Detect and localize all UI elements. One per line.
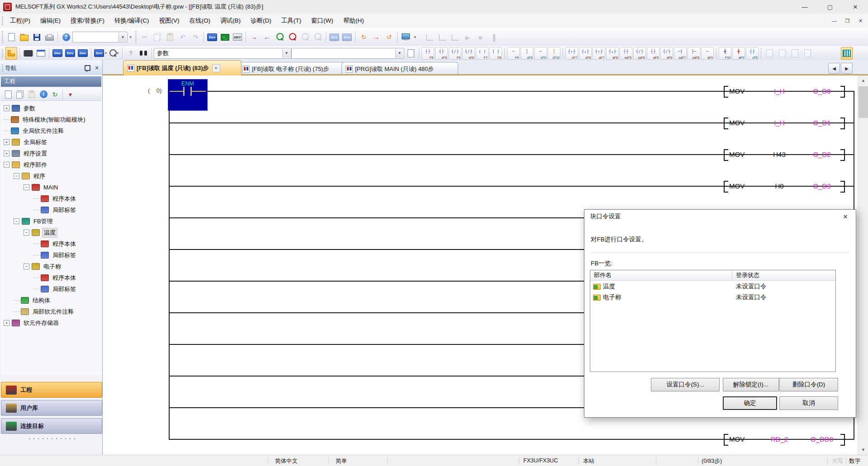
tree-item-局部标签[interactable]: 局部标签 — [33, 204, 77, 216]
ladder-symbol-F6-icon[interactable]: ┤/├F6 — [449, 47, 461, 60]
data-info-icon[interactable]: i — [38, 89, 49, 100]
menu-转换/编译[interactable]: 转换/编译(C) — [109, 14, 154, 28]
ladder-symbol-F7-icon[interactable]: ( )F7 — [476, 47, 489, 60]
collapse-icon[interactable]: − — [24, 264, 29, 269]
ladder-symbol-sF7-icon[interactable]: ┤↑├sF7 — [565, 47, 578, 60]
ladder-symbol-aF5-icon[interactable]: ┤├aF5 — [647, 47, 659, 60]
new-file-icon[interactable] — [5, 31, 17, 43]
mdi-restore-icon[interactable]: ❐ — [841, 15, 854, 26]
dropdown-arrow-icon[interactable]: ▾ — [117, 51, 119, 55]
pin-icon[interactable] — [83, 64, 91, 72]
new-item-icon[interactable] — [3, 89, 14, 100]
panel-splitter[interactable] — [27, 438, 77, 440]
tab-close-icon[interactable]: ✕ — [212, 64, 220, 72]
window-close-button[interactable]: ✕ — [843, 0, 868, 14]
tab-1[interactable]: [FB]读取 温度 (只读) (83)步✕ — [123, 60, 242, 75]
fb-list[interactable]: 部件名 登录状态 温度未设置口令电子称未设置口令 — [590, 270, 836, 372]
fb-list-row-温度[interactable]: 温度未设置口令 — [590, 281, 835, 292]
find-combo[interactable]: ▼ — [291, 48, 404, 59]
keyword-combo[interactable]: 参数▼ — [154, 48, 291, 59]
ladder-symbol-aF8-icon[interactable]: ┤↓├aF8 — [606, 47, 619, 60]
ladder-grid-mode-icon[interactable] — [841, 47, 853, 60]
refresh-icon[interactable]: ↺ — [383, 31, 395, 43]
menu-帮助[interactable]: 帮助(H) — [338, 14, 369, 28]
device-batch-monitor-icon[interactable]: Dev — [64, 47, 76, 60]
paste-icon[interactable] — [164, 31, 176, 43]
paste-item-icon[interactable] — [26, 89, 38, 100]
ladder-symbol-cF9-icon[interactable]: ─cF9 — [534, 47, 547, 60]
sort-icon[interactable]: ▾ — [65, 89, 76, 100]
ladder-symbol-sF8-icon[interactable]: ┤↓├sF8 — [579, 47, 592, 60]
ladder-symbol-F9-icon[interactable]: ─F9 — [507, 47, 520, 60]
scrollbar-thumb[interactable] — [859, 86, 868, 118]
ladder-symbol-saF8-icon[interactable]: ├─saF8 — [688, 47, 700, 60]
device-use-list-icon[interactable]: Dev — [52, 47, 63, 60]
print-icon[interactable] — [43, 31, 55, 43]
menu-编辑[interactable]: 编辑(E) — [35, 14, 66, 28]
collapse-icon[interactable]: − — [24, 230, 29, 235]
watch-window-icon[interactable]: Dev▾ — [94, 47, 107, 60]
ladder-symbol-cF5-icon[interactable]: ┤├cF5 — [746, 47, 759, 60]
toolbar-overflow-chevron-icon[interactable]: ▾ — [128, 31, 133, 43]
selected-contact-ENM[interactable]: ENM — [168, 79, 208, 111]
collapse-icon[interactable]: − — [14, 173, 19, 179]
mdi-close-icon[interactable]: ✕ — [854, 15, 867, 26]
tree-item-FB管理[interactable]: −FB管理 — [14, 216, 54, 227]
tree-item-程序本体[interactable]: 程序本体 — [33, 272, 77, 283]
window-minimize-button[interactable]: — — [792, 0, 817, 14]
monitor-start-icon[interactable] — [274, 31, 285, 43]
ladder-symbol-aF9-icon[interactable]: ─aF9 — [701, 47, 714, 60]
ladder-symbol-F10-icon[interactable]: ╋F10 — [719, 47, 731, 60]
device-comment-icon[interactable]: Dev — [206, 31, 218, 43]
dropdown-arrow-icon[interactable]: ▾ — [105, 51, 107, 55]
sim-start-icon[interactable]: ▶ — [462, 31, 474, 44]
tree-item-局部标签[interactable]: 局部标签 — [33, 283, 77, 295]
vertical-scrollbar[interactable]: ▲ ▼ — [858, 75, 868, 455]
expand-icon[interactable]: + — [4, 139, 9, 145]
element-selection-icon[interactable] — [22, 47, 34, 60]
nav-view-button-连接目标[interactable]: 连接目标 — [1, 418, 102, 434]
ok-button[interactable]: 确定 — [723, 396, 777, 410]
combo-arrow-icon[interactable]: ▼ — [119, 33, 127, 42]
cut-icon[interactable]: ✂ — [139, 31, 151, 43]
ladder-symbol-F8-icon[interactable]: [ ]F8 — [489, 47, 502, 60]
tree-item-全局标签[interactable]: +全局标签 — [4, 137, 48, 148]
ladder-symbol-saF5-icon[interactable]: ┤├saF5 — [620, 47, 632, 60]
ladder-symbol-cF10-icon[interactable]: │cF10 — [548, 47, 560, 60]
tree-item-参数[interactable]: +参数 — [4, 103, 37, 114]
column-header-name[interactable]: 部件名 — [590, 270, 732, 280]
device-display-icon[interactable]: Dev — [328, 31, 340, 43]
collapse-icon[interactable]: − — [24, 184, 29, 190]
tree-item-电子称[interactable]: −电子称 — [24, 261, 62, 272]
combo-arrow-icon[interactable]: ▼ — [282, 49, 290, 58]
instruction-MOV-1[interactable]: MOVI_HO_D1 — [724, 117, 845, 129]
cancel-button[interactable]: 取消 — [779, 396, 838, 410]
dialog-button-1[interactable]: 设置口令(S)... — [651, 378, 720, 391]
device-display2-icon[interactable]: Dev — [341, 31, 353, 43]
open-project-icon[interactable] — [18, 31, 30, 43]
inline-st-icon[interactable] — [764, 47, 775, 60]
help-icon[interactable]: ? — [60, 31, 72, 43]
fb-list-row-电子称[interactable]: 电子称未设置口令 — [590, 292, 835, 303]
output-window-icon[interactable] — [35, 47, 47, 60]
monitor-write-icon[interactable] — [299, 31, 311, 43]
edit-block-icon[interactable] — [776, 47, 788, 60]
wire-tool-icon[interactable] — [436, 31, 448, 44]
ladder-symbol-aF9-icon[interactable]: ╋aF9 — [732, 47, 745, 60]
refresh-icon[interactable]: ↻ — [49, 89, 61, 100]
expand-icon[interactable]: + — [4, 105, 9, 111]
monitor-read-icon[interactable] — [312, 31, 323, 43]
instruction-MOV-11[interactable]: MOVRD_2O_DD0 — [724, 433, 845, 445]
sim-step-icon[interactable]: ▐ — [487, 31, 499, 44]
ladder-symbol-saF6-icon[interactable]: ┤/├saF6 — [633, 47, 646, 60]
navigation-window-icon[interactable] — [5, 47, 17, 60]
nav-view-button-用户库[interactable]: 用户库 — [1, 400, 102, 416]
tree-item-软元件存储器[interactable]: +软元件存储器 — [4, 317, 60, 329]
dialog-button-2[interactable]: 解除锁定(I)... — [723, 378, 779, 391]
wire-tool-icon[interactable] — [424, 31, 436, 44]
monitor-stop-icon[interactable] — [286, 31, 298, 43]
scroll-up-icon[interactable]: ▲ — [858, 75, 868, 85]
statement-edit-icon[interactable] — [802, 47, 813, 60]
close-panel-icon[interactable]: ✕ — [93, 64, 101, 72]
read-from-plc-icon[interactable]: ← — [261, 31, 273, 43]
